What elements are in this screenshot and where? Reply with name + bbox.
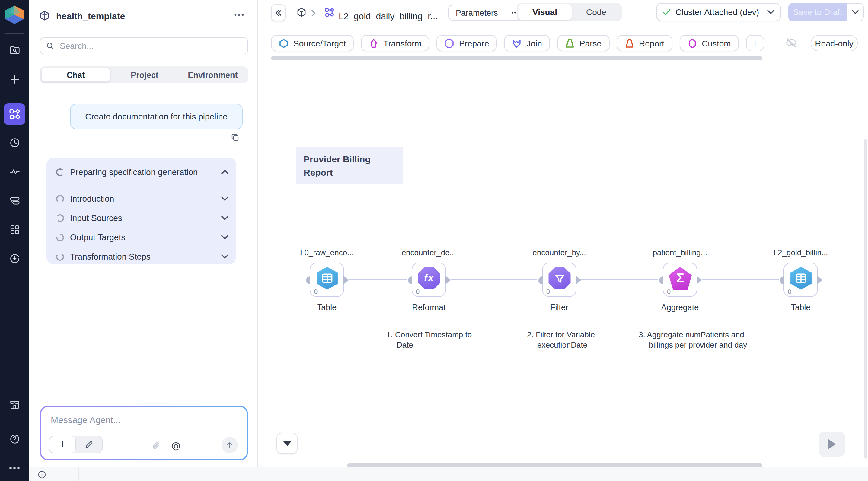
input-port[interactable] (780, 277, 784, 284)
footer-divider (79, 467, 79, 481)
input-port[interactable] (538, 277, 542, 284)
palette-report-button[interactable]: Report (617, 35, 672, 51)
icon-rail (0, 0, 29, 481)
editor-toolbar: L2_gold_daily_billing_r... Parameters Vi… (258, 0, 868, 31)
readonly-badge[interactable]: Read-only (811, 35, 858, 51)
pipeline-canvas[interactable]: Provider Billing Report L0_raw_enco... 0… (258, 60, 868, 467)
save-to-draft-button[interactable]: Save to Draft (788, 3, 847, 21)
palette-source-target-button[interactable]: Source/Target (271, 35, 354, 51)
edit-mode-button[interactable] (76, 436, 102, 453)
node-box[interactable]: 0 (542, 262, 577, 297)
project-cube-icon[interactable] (297, 7, 307, 18)
status-item-row[interactable]: Introduction (56, 193, 229, 204)
canvas-dropdown-button[interactable] (276, 433, 298, 454)
chevron-down-icon[interactable] (221, 216, 229, 220)
eye-off-icon[interactable] (785, 37, 797, 49)
sidebar-menu-icon[interactable] (234, 13, 244, 16)
pipelines-nav-icon[interactable] (4, 103, 25, 125)
annotation-2: 2. Filter for Variable executionDate (527, 329, 622, 350)
project-browser-icon[interactable] (5, 41, 24, 59)
collapse-sidebar-button[interactable] (271, 4, 285, 21)
cluster-selector[interactable]: Cluster Attached (dev) (656, 3, 781, 21)
observability-icon[interactable] (5, 162, 24, 181)
chevron-up-icon[interactable] (221, 169, 229, 174)
status-item-label: Output Targets (70, 232, 221, 242)
mention-icon[interactable] (171, 441, 181, 451)
gem-icon (369, 38, 378, 48)
pipeline-name[interactable]: L2_gold_daily_billing_r... (339, 0, 438, 31)
output-port[interactable] (817, 276, 823, 284)
palette-label: Parse (580, 38, 601, 48)
message-composer[interactable]: + (40, 406, 248, 460)
status-bar (29, 467, 868, 481)
hexagon-icon (687, 38, 697, 48)
tab-project[interactable]: Project (111, 68, 179, 82)
send-button[interactable] (221, 437, 238, 453)
palette-scrollbar[interactable] (271, 56, 763, 60)
tab-code[interactable]: Code (571, 4, 621, 20)
divider (29, 91, 257, 91)
chevron-down-icon[interactable] (221, 254, 229, 259)
node-patient-billing[interactable]: patient_billing... Σ 0 Aggregate (663, 262, 697, 297)
prophecy-logo-icon[interactable] (4, 5, 25, 25)
chevron-down-icon[interactable] (221, 196, 229, 201)
history-icon[interactable] (5, 133, 24, 152)
palette-parse-button[interactable]: Parse (557, 35, 609, 51)
palette-custom-button[interactable]: Custom (679, 35, 739, 51)
palette-transform-button[interactable]: Transform (361, 35, 430, 51)
info-icon[interactable] (37, 470, 46, 479)
chevron-down-icon[interactable] (221, 235, 229, 239)
input-port[interactable] (659, 277, 663, 284)
search-box[interactable] (40, 37, 248, 54)
node-encounter-dedup[interactable]: encounter_de... fx 0 Reformat (412, 262, 446, 297)
more-options-icon[interactable] (5, 459, 24, 477)
palette-scroll-area: Source/Target Transform Prepare Join (258, 31, 780, 60)
status-item-row[interactable]: Output Targets (56, 231, 229, 243)
composer-mode-toggle: + (49, 436, 103, 453)
apps-icon[interactable] (5, 220, 24, 238)
search-input[interactable] (59, 40, 242, 51)
create-new-icon[interactable] (5, 70, 24, 88)
save-options-button[interactable] (847, 3, 864, 21)
octagon-icon (444, 38, 454, 48)
node-box[interactable]: fx 0 (412, 262, 446, 297)
hexagon-icon (279, 38, 288, 48)
help-icon[interactable] (5, 430, 24, 448)
parameters-button[interactable]: Parameters (449, 5, 505, 20)
palette-join-button[interactable]: Join (504, 35, 550, 51)
input-port[interactable] (306, 277, 310, 284)
output-port[interactable] (576, 276, 581, 284)
message-input[interactable] (50, 414, 221, 425)
status-item-row[interactable]: Input Sources (56, 212, 229, 224)
node-box[interactable]: Σ 0 (663, 262, 697, 297)
tab-visual[interactable]: Visual (518, 4, 571, 20)
status-title-row[interactable]: Preparing specification generation (56, 166, 229, 178)
input-port[interactable] (408, 277, 412, 284)
output-port[interactable] (696, 276, 702, 284)
node-box[interactable]: 0 (310, 262, 344, 297)
add-context-button[interactable]: + (50, 436, 76, 453)
trapezoid-icon (624, 38, 634, 48)
marketplace-icon[interactable] (5, 395, 24, 413)
add-gem-button[interactable]: + (746, 35, 764, 51)
node-l2-gold-billing[interactable]: L2_gold_billin... 0 Table (783, 262, 818, 297)
attachment-icon[interactable] (152, 441, 161, 451)
node-encounter-by-date[interactable]: encounter_by... 0 Filter (542, 262, 577, 297)
canvas-vertical-scrollbar[interactable] (864, 139, 867, 459)
tab-environment[interactable]: Environment (179, 68, 247, 82)
node-title: encounter_by... (532, 248, 586, 257)
canvas-note[interactable]: Provider Billing Report (296, 147, 403, 184)
node-box[interactable]: 0 (783, 262, 818, 297)
copy-icon[interactable] (230, 133, 240, 142)
run-pipeline-button[interactable] (818, 431, 845, 457)
deployments-icon[interactable] (5, 249, 24, 267)
status-item-row[interactable]: Transformation Steps (56, 251, 229, 262)
output-port[interactable] (445, 276, 451, 284)
output-port[interactable] (343, 276, 349, 284)
palette-prepare-button[interactable]: Prepare (437, 35, 497, 51)
node-l0-raw-encounters[interactable]: L0_raw_enco... 0 Table (310, 262, 344, 297)
node-title: L2_gold_billin... (774, 248, 828, 257)
node-type-label: Reformat (412, 303, 445, 312)
datasets-icon[interactable] (5, 191, 24, 210)
tab-chat[interactable]: Chat (41, 68, 111, 82)
